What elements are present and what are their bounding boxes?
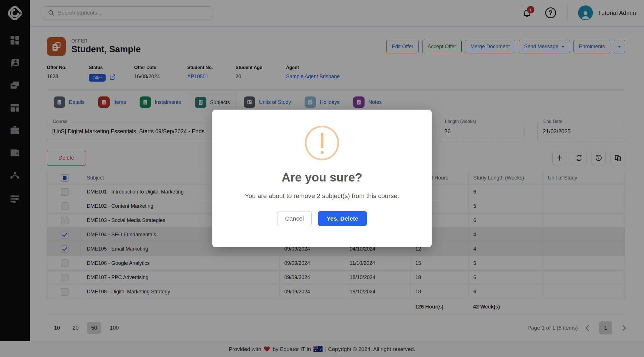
- confirm-delete-button[interactable]: Yes, Delete: [318, 211, 367, 226]
- modal-message: You are about to remove 2 subject(s) fro…: [245, 192, 399, 200]
- warning-icon: [305, 126, 339, 160]
- cancel-button[interactable]: Cancel: [277, 211, 312, 226]
- confirm-dialog: Are you sure? You are about to remove 2 …: [212, 110, 432, 247]
- modal-title: Are you sure?: [282, 171, 362, 184]
- modal-actions: Cancel Yes, Delete: [277, 211, 367, 226]
- app-screen: 1 ? Tutorial Admin OFFER Student, Sample…: [0, 0, 644, 357]
